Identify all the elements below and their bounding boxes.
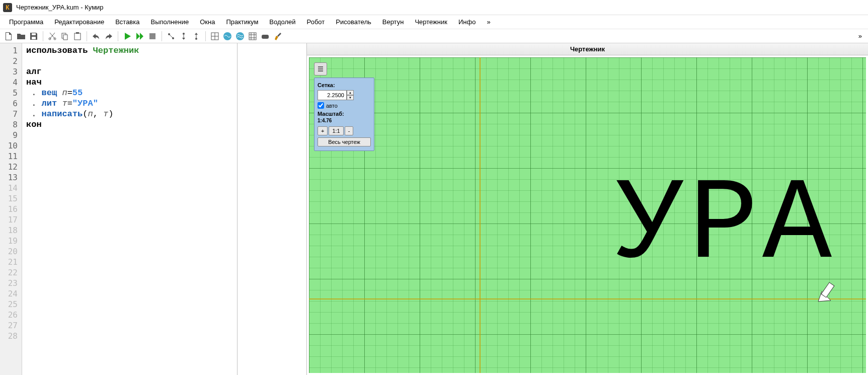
tool-wave1-icon[interactable] <box>222 31 233 42</box>
kw-begin: нач <box>26 78 42 87</box>
pencil-icon <box>816 279 841 306</box>
open-file-icon[interactable] <box>16 31 27 42</box>
menu-run[interactable]: Выполнение <box>145 16 194 28</box>
svg-rect-5 <box>76 32 79 34</box>
var-n: п <box>62 88 67 98</box>
menu-practicum[interactable]: Практикум <box>221 16 263 28</box>
step-into-icon[interactable] <box>178 31 189 42</box>
lit-55: 55 <box>72 88 83 98</box>
save-file-icon[interactable] <box>28 31 39 42</box>
svg-rect-3 <box>63 35 67 40</box>
fit-all-button[interactable]: Весь чертеж <box>318 137 371 146</box>
new-file-icon[interactable] <box>3 31 14 42</box>
menu-overflow[interactable]: » <box>482 16 495 28</box>
menu-insert[interactable]: Вставка <box>110 16 144 28</box>
auto-checkbox[interactable] <box>318 102 324 109</box>
kw-string: лит <box>42 99 57 108</box>
code-editor[interactable]: использовать Чертежник алг нач . вещ п=5… <box>22 43 237 375</box>
kw-real: вещ <box>42 88 57 98</box>
step-out-icon[interactable] <box>191 31 202 42</box>
svg-point-13 <box>236 32 244 40</box>
kw-end: кон <box>26 120 42 129</box>
app-icon: К <box>3 3 12 12</box>
output-pane <box>238 43 307 375</box>
grid-label: Сетка: <box>318 82 371 88</box>
stop-icon[interactable] <box>147 31 158 42</box>
tool-grid2-icon[interactable] <box>247 31 258 42</box>
toolbar-overflow[interactable]: » <box>855 32 865 40</box>
menubar: Программа Редактирование Вставка Выполне… <box>0 15 868 29</box>
menu-draftsman[interactable]: Чертежник <box>410 16 452 28</box>
tool-grid-icon[interactable] <box>209 31 220 42</box>
svg-rect-4 <box>74 33 81 40</box>
drawing-canvas[interactable]: УРА <box>309 57 866 373</box>
paste-icon[interactable] <box>72 31 83 42</box>
copy-icon[interactable] <box>59 31 70 42</box>
redo-icon[interactable] <box>103 31 114 42</box>
cut-icon[interactable] <box>47 31 58 42</box>
canvas-pane: Чертежник <box>307 43 868 375</box>
grid-spin-down[interactable]: ▼ <box>347 95 354 100</box>
toolbar: » <box>0 29 868 43</box>
scale-label: Масштаб: <box>318 111 371 117</box>
menu-robot[interactable]: Робот <box>302 16 330 28</box>
menu-painter[interactable]: Рисователь <box>331 16 376 28</box>
menu-vodoley[interactable]: Водолей <box>264 16 300 28</box>
zoom-out-button[interactable]: - <box>345 126 354 135</box>
menu-vertun[interactable]: Вертун <box>377 16 409 28</box>
tool-wave2-icon[interactable] <box>234 31 246 42</box>
drawn-text-ura: УРА <box>615 168 836 284</box>
scale-value: 1:4.76 <box>318 118 371 123</box>
main-area: 1234567891011121314151617181920212223242… <box>0 43 868 375</box>
run-icon[interactable] <box>122 31 133 42</box>
kw-alg: алг <box>26 67 42 77</box>
svg-rect-21 <box>821 282 834 297</box>
canvas-control-panel: Сетка: ▲ ▼ авто Масштаб: 1:4.76 + 1:1 <box>314 78 374 151</box>
module-name: Чертежник <box>93 46 139 55</box>
zoom-reset-button[interactable]: 1:1 <box>329 126 343 135</box>
kw-write: написать <box>42 109 83 119</box>
svg-point-9 <box>183 33 185 35</box>
var-t: т <box>62 99 67 108</box>
line-gutter: 1234567891011121314151617181920212223242… <box>0 43 22 375</box>
tool-gamepad-icon[interactable] <box>260 31 271 42</box>
menu-info[interactable]: Инфо <box>453 16 481 28</box>
lit-ura: "УРА" <box>72 99 98 108</box>
menu-edit[interactable]: Редактирование <box>49 16 109 28</box>
editor-pane: 1234567891011121314151617181920212223242… <box>0 43 238 375</box>
tool-brush-icon[interactable] <box>272 31 283 42</box>
grid-value-input[interactable] <box>318 90 347 100</box>
menu-windows[interactable]: Окна <box>195 16 220 28</box>
step-icon[interactable] <box>166 31 177 42</box>
zoom-in-button[interactable]: + <box>318 126 328 135</box>
auto-label: авто <box>326 103 338 109</box>
run-fast-icon[interactable] <box>134 31 145 42</box>
canvas-body: УРА Сетка: ▲ ▼ <box>307 55 868 375</box>
undo-icon[interactable] <box>91 31 102 42</box>
svg-point-10 <box>195 38 197 40</box>
grid-spin-up[interactable]: ▲ <box>347 90 354 95</box>
svg-rect-6 <box>149 33 155 39</box>
titlebar: К Чертежник_УРА.kum - Кумир <box>0 0 868 15</box>
svg-rect-14 <box>249 33 256 40</box>
menu-program[interactable]: Программа <box>4 16 48 28</box>
canvas-title: Чертежник <box>307 43 868 55</box>
kw-use: использовать <box>26 46 93 55</box>
svg-rect-15 <box>262 35 269 39</box>
panel-toggle-button[interactable] <box>314 62 327 76</box>
window-title: Чертежник_УРА.kum - Кумир <box>16 4 104 11</box>
